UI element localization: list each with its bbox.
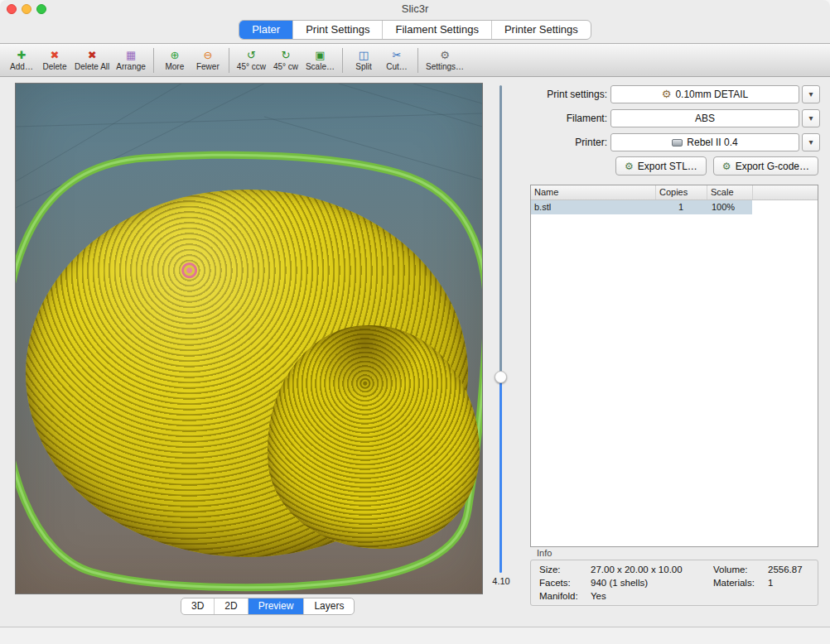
manifold-value: Yes <box>591 591 713 601</box>
objects-table: Name Copies Scale b.stl 1 100% <box>530 185 818 547</box>
object-settings-button[interactable]: ⚙ Settings… <box>422 45 467 75</box>
export-buttons-row: ⚙ Export STL… ⚙ Export G-code… <box>530 156 818 175</box>
info-box: Size: 27.00 x 20.00 x 10.00 Volume: 2556… <box>530 560 818 606</box>
printer-icon <box>672 139 683 147</box>
printer-label: Printer: <box>530 133 607 151</box>
split-button[interactable]: ◫ Split <box>347 45 380 75</box>
add-icon: ✚ <box>17 49 27 61</box>
view-2d-button[interactable]: 2D <box>215 598 248 614</box>
printer-value: Rebel II 0.4 <box>687 137 737 148</box>
objects-table-header: Name Copies Scale <box>531 185 818 200</box>
view-3d-button[interactable]: 3D <box>181 598 215 614</box>
volume-label: Volume: <box>713 565 768 574</box>
facets-value: 940 (1 shells) <box>591 578 713 588</box>
materials-label: Materials: <box>713 578 768 588</box>
minimize-window-button[interactable] <box>22 4 31 14</box>
scale-icon: ▣ <box>315 49 325 61</box>
export-stl-button[interactable]: ⚙ Export STL… <box>615 156 707 175</box>
chevron-down-icon: ▾ <box>808 89 813 99</box>
tab-printer-settings[interactable]: Printer Settings <box>492 21 591 39</box>
layer-slider[interactable] <box>495 85 507 573</box>
manifold-label: Manifold: <box>539 591 591 601</box>
cell-name: b.stl <box>531 200 655 214</box>
filament-label: Filament: <box>530 109 607 127</box>
printer-select[interactable]: Rebel II 0.4 <box>610 133 799 151</box>
fewer-icon: ⊖ <box>203 49 212 61</box>
slider-track-upper[interactable] <box>499 85 502 377</box>
scale-button[interactable]: ▣ Scale… <box>302 45 338 75</box>
status-bar <box>0 627 830 644</box>
print-settings-row: Print settings: ⚙ 0.10mm DETAIL ▾ <box>530 85 820 103</box>
header-copies[interactable]: Copies <box>655 185 707 199</box>
chevron-down-icon: ▾ <box>808 113 813 123</box>
printer-row: Printer: Rebel II 0.4 ▾ <box>530 133 820 151</box>
more-icon: ⊕ <box>170 49 179 61</box>
view-mode-switcher: 3D 2D Preview Layers <box>181 598 355 615</box>
cut-button[interactable]: ✂ Cut… <box>380 45 413 75</box>
viewport-3d-scene[interactable] <box>15 83 483 594</box>
header-scale[interactable]: Scale <box>707 185 752 199</box>
rotate-cw-icon: ↻ <box>282 49 291 61</box>
filament-value: ABS <box>695 113 715 124</box>
toolbar-separator <box>229 48 229 73</box>
print-settings-select[interactable]: ⚙ 0.10mm DETAIL <box>610 85 799 103</box>
rotate-ccw-icon: ↺ <box>247 49 256 61</box>
filament-row: Filament: ABS ▾ <box>530 109 820 127</box>
slic3r-window: Slic3r Plater Print Settings Filament Se… <box>0 0 830 644</box>
print-settings-value: 0.10mm DETAIL <box>675 89 748 100</box>
chevron-down-icon: ▾ <box>808 137 813 147</box>
more-copies-button[interactable]: ⊕ More <box>158 45 191 75</box>
delete-button[interactable]: ✖ Delete <box>38 45 71 75</box>
filament-select[interactable]: ABS <box>610 109 799 127</box>
slider-track-lower[interactable] <box>499 377 502 573</box>
materials-value: 1 <box>768 578 818 588</box>
filament-dropdown-button[interactable]: ▾ <box>802 109 820 127</box>
title-bar: Slic3r <box>0 0 830 18</box>
facets-label: Facets: <box>539 578 591 588</box>
main-tabs: Plater Print Settings Filament Settings … <box>0 20 830 40</box>
preset-gear-icon: ⚙ <box>662 89 672 99</box>
size-value: 27.00 x 20.00 x 10.00 <box>591 565 713 574</box>
tab-plater[interactable]: Plater <box>239 21 293 39</box>
add-button[interactable]: ✚ Add… <box>5 45 38 75</box>
settings-gear-icon: ⚙ <box>440 49 450 61</box>
tab-filament-settings[interactable]: Filament Settings <box>383 21 491 39</box>
header-name[interactable]: Name <box>531 185 655 199</box>
view-preview-button[interactable]: Preview <box>249 598 305 614</box>
print-settings-dropdown-button[interactable]: ▾ <box>802 85 820 103</box>
table-row[interactable]: b.stl 1 100% <box>531 200 818 214</box>
tab-print-settings[interactable]: Print Settings <box>293 21 383 39</box>
arrange-icon: ▦ <box>126 49 136 61</box>
size-label: Size: <box>539 565 591 574</box>
delete-icon: ✖ <box>51 49 60 61</box>
rotate-cw-button[interactable]: ↻ 45° cw <box>269 45 302 75</box>
volume-value: 2556.87 <box>768 565 818 574</box>
slider-value: 4.10 <box>485 576 517 586</box>
split-icon: ◫ <box>359 49 369 61</box>
plater-toolbar: ✚ Add… ✖ Delete ✖ Delete All ▦ Arrange ⊕… <box>0 43 830 77</box>
close-window-button[interactable] <box>7 4 17 14</box>
toolbar-separator <box>417 48 418 73</box>
cell-scale: 100% <box>707 200 752 214</box>
slider-thumb[interactable] <box>495 371 507 383</box>
printer-dropdown-button[interactable]: ▾ <box>802 133 820 151</box>
delete-all-button[interactable]: ✖ Delete All <box>71 45 113 75</box>
zoom-window-button[interactable] <box>36 4 46 14</box>
export-stl-icon: ⚙ <box>625 161 634 171</box>
export-gcode-button[interactable]: ⚙ Export G-code… <box>713 156 818 175</box>
cut-icon: ✂ <box>393 49 402 61</box>
rotate-ccw-button[interactable]: ↺ 45° ccw <box>234 45 269 75</box>
toolbar-separator <box>342 48 343 73</box>
delete-all-icon: ✖ <box>88 49 97 61</box>
header-spacer <box>752 185 818 199</box>
view-layers-button[interactable]: Layers <box>304 598 354 614</box>
arrange-button[interactable]: ▦ Arrange <box>113 45 149 75</box>
print-settings-label: Print settings: <box>530 85 607 103</box>
fewer-copies-button[interactable]: ⊖ Fewer <box>191 45 224 75</box>
toolbar-separator <box>153 48 154 73</box>
info-group-title: Info <box>537 548 552 558</box>
cell-copies: 1 <box>655 200 707 214</box>
window-title: Slic3r <box>0 0 830 18</box>
export-gcode-icon: ⚙ <box>722 161 731 171</box>
